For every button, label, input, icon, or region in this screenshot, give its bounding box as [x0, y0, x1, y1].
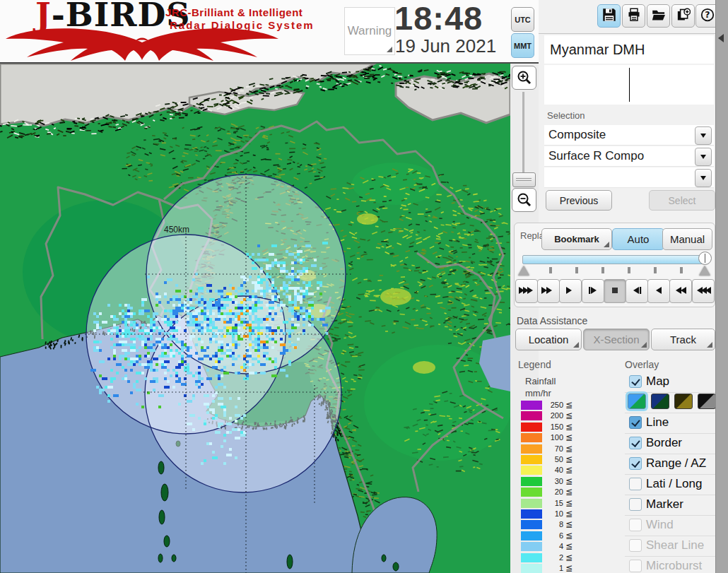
overlay-separator	[625, 536, 715, 536]
slider-tick	[654, 267, 657, 273]
chevron-down-icon[interactable]	[695, 169, 712, 187]
fast-forward-icon	[673, 285, 688, 297]
chevron-down-icon[interactable]	[695, 126, 712, 145]
legend-row: 200≦	[518, 410, 610, 421]
warning-button[interactable]: Warning	[344, 7, 395, 55]
legend-lte-symbol: ≦	[565, 541, 573, 551]
zoom-slider-track[interactable]	[522, 92, 525, 175]
slider-end-marker[interactable]	[699, 266, 710, 276]
legend-value: 8	[544, 520, 563, 528]
legend-color-swatch	[521, 423, 542, 432]
legend-value: 6	[544, 531, 563, 540]
slider-tick	[601, 267, 604, 273]
location-button[interactable]: Location	[515, 329, 582, 350]
legend-color-swatch	[521, 444, 542, 454]
legend-row: 4≦	[518, 541, 610, 552]
overlay-item-wind[interactable]: Wind	[625, 517, 715, 534]
checkbox-unchecked-icon[interactable]	[629, 519, 642, 531]
header: J-BIRDS JRC-Brilliant & Intelligent Rada…	[0, 0, 539, 64]
track-button[interactable]: Track	[651, 329, 715, 350]
zoom-slider-handle[interactable]	[512, 172, 536, 187]
dropdown-product[interactable]: Surface R Compo	[544, 146, 714, 167]
checkbox-unchecked-icon[interactable]	[629, 478, 642, 490]
dropdown-composite[interactable]: Composite	[544, 125, 714, 146]
legend-value: 200	[544, 411, 563, 420]
toolbar-export-button[interactable]	[671, 4, 695, 28]
replay-slider-handle[interactable]	[698, 252, 712, 265]
chevron-down-icon[interactable]	[695, 148, 712, 166]
playback-play-reverse-button[interactable]	[559, 279, 582, 303]
overlay-separator	[625, 556, 715, 557]
overlay-item-line[interactable]: Line	[625, 415, 715, 432]
toolbar-print-button[interactable]	[622, 4, 645, 28]
map-style-swatch-2[interactable]	[651, 394, 669, 409]
radar-map[interactable]: 450km	[0, 64, 510, 573]
legend-color-swatch	[521, 520, 542, 529]
overlay-item-label: Map	[646, 374, 669, 389]
playback-fast-forward-triple-button[interactable]	[692, 279, 715, 303]
legend-title-1: Rainfall	[525, 376, 556, 386]
legend-color-swatch	[521, 411, 542, 420]
legend-value: 2	[544, 553, 563, 562]
overlay-item-marker[interactable]: Marker	[625, 497, 715, 514]
panel-scroll-strip[interactable]	[715, 0, 728, 573]
message-box[interactable]	[544, 65, 714, 105]
zoom-in-button[interactable]	[512, 66, 536, 90]
auto-button[interactable]: Auto	[612, 228, 664, 250]
legend-lte-symbol: ≦	[565, 563, 573, 573]
bookmark-button[interactable]: Bookmark	[541, 228, 612, 250]
playback-fast-forward-button[interactable]	[669, 279, 692, 303]
jbirds-app: 450km J-BIRDS JRC-Brilliant & Intelligen…	[0, 0, 728, 573]
playback-step-backward-button[interactable]	[582, 279, 604, 303]
zoom-out-button[interactable]	[512, 188, 536, 212]
overlay-item-label: Border	[646, 436, 682, 450]
overlay-item-label: Marker	[646, 497, 683, 512]
checkbox-unchecked-icon[interactable]	[629, 560, 642, 572]
slider-start-marker[interactable]	[518, 266, 529, 276]
overlay-item-map[interactable]: Map	[625, 374, 715, 391]
checkbox-checked-icon[interactable]	[629, 416, 642, 429]
legend-row: 50≦	[518, 454, 610, 465]
legend-value: 100	[544, 433, 563, 442]
checkbox-unchecked-icon[interactable]	[629, 498, 642, 511]
collapse-panel-icon[interactable]	[718, 34, 724, 42]
checkbox-checked-icon[interactable]	[629, 375, 642, 388]
legend-lte-symbol: ≦	[565, 509, 573, 519]
checkbox-checked-icon[interactable]	[629, 457, 642, 470]
legend-row: 6≦	[518, 531, 610, 541]
overlay-item-range-az[interactable]: Range / AZ	[625, 456, 715, 473]
legend-value: 70	[544, 444, 563, 453]
replay-slider-track[interactable]	[522, 255, 709, 264]
playback-play-button[interactable]	[647, 279, 670, 303]
manual-button[interactable]: Manual	[662, 228, 712, 250]
utc-toggle-button[interactable]: UTC	[511, 7, 534, 32]
overlay-item-lati-long[interactable]: Lati / Long	[625, 476, 715, 493]
legend-color-swatch	[521, 542, 542, 551]
select-button[interactable]: Select	[649, 190, 715, 211]
legend-row: 8≦	[518, 519, 610, 530]
overlay-item-microburst[interactable]: Microburst	[625, 558, 715, 573]
overlay-item-shear-line[interactable]: Shear Line	[625, 538, 715, 555]
toolbar-open-button[interactable]	[647, 4, 670, 28]
legend-value: 50	[544, 455, 563, 463]
playback-fast-rewind-triple-button[interactable]	[515, 279, 538, 303]
overlay-item-border[interactable]: Border	[625, 435, 715, 452]
data-assistance-label: Data Assistance	[517, 315, 587, 326]
checkbox-unchecked-icon[interactable]	[629, 539, 642, 552]
map-style-swatch-3[interactable]	[674, 394, 693, 409]
overlay-separator	[625, 413, 715, 413]
checkbox-checked-icon[interactable]	[629, 437, 642, 449]
map-style-swatch-4[interactable]	[698, 394, 716, 409]
slider-tick	[628, 267, 630, 273]
playback-fast-rewind-button[interactable]	[537, 279, 560, 303]
playback-step-forward-button[interactable]	[626, 279, 648, 303]
toolbar-save-button[interactable]	[597, 4, 621, 28]
dropdown-option[interactable]	[544, 167, 714, 188]
previous-button[interactable]: Previous	[546, 190, 612, 211]
overlay-separator	[625, 392, 715, 393]
playback-stop-button[interactable]	[604, 279, 626, 303]
legend-row: 15≦	[518, 498, 610, 509]
map-style-swatch-1[interactable]	[628, 394, 646, 409]
mmt-toggle-button[interactable]: MMT	[511, 33, 534, 58]
x-section-button[interactable]: X-Section	[583, 329, 650, 350]
